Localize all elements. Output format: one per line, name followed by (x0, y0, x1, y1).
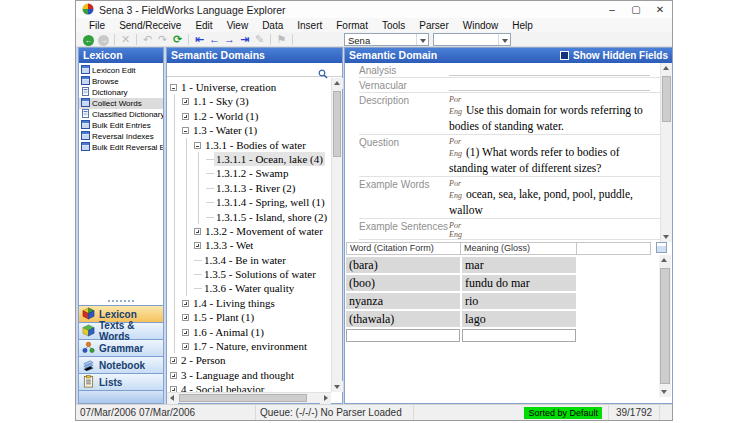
field-value[interactable] (449, 64, 650, 76)
cell-meaning[interactable]: mar (462, 257, 576, 273)
delete-button[interactable]: ✕ (118, 32, 133, 46)
tree-item[interactable]: 1.3.6 - Water quality (167, 281, 331, 295)
scroll-down-icon[interactable] (661, 231, 672, 242)
tree-item[interactable]: 1.3.1.1 - Ocean, lake (4) (167, 152, 331, 166)
cell-word[interactable]: (boo) (346, 275, 460, 291)
scroll-right-icon[interactable] (320, 393, 331, 404)
expand-plus-icon[interactable] (182, 113, 189, 120)
writing-system-row[interactable]: Por (449, 94, 655, 103)
cell-meaning[interactable]: fundu do mar (462, 275, 576, 291)
menu-parser[interactable]: Parser (412, 20, 455, 31)
tree-item[interactable]: 1.3.1 - Bodies of water (167, 138, 331, 152)
tree-item[interactable]: 1.3.1.5 - Island, shore (2) (167, 210, 331, 224)
maximize-button[interactable]: ▢ (624, 1, 648, 18)
tree-search-bar[interactable] (167, 63, 342, 77)
writing-system-row[interactable]: EngUse this domain for words referring t… (449, 103, 655, 133)
scroll-up-icon[interactable] (332, 78, 343, 89)
menu-send-receive[interactable]: Send/Receive (112, 20, 188, 31)
collapse-minus-icon[interactable] (194, 142, 201, 149)
field-value[interactable]: PorEng(1) What words refer to bodies of … (449, 136, 655, 175)
collapse-minus-icon[interactable] (182, 127, 189, 134)
next-record-button[interactable]: → (222, 32, 237, 46)
tree-item[interactable]: 2 - Person (167, 353, 331, 367)
tree-item[interactable]: 1.5 - Plant (1) (167, 310, 331, 324)
field-value[interactable] (449, 79, 650, 91)
cell-word[interactable] (346, 329, 460, 342)
resize-grip[interactable] (660, 405, 672, 420)
sidebar-item-bulk-edit-entries[interactable]: Bulk Edit Entries (79, 120, 163, 131)
collapse-minus-icon[interactable] (170, 84, 177, 91)
field-value[interactable]: PorEngocean, sea, lake, pond, pool, pudd… (449, 178, 655, 217)
menu-view[interactable]: View (220, 20, 256, 31)
close-button[interactable]: ✕ (648, 1, 672, 18)
sidebar-splitter[interactable] (79, 298, 163, 303)
tree-vertical-scrollbar[interactable] (331, 78, 342, 392)
cell-word[interactable]: (bara) (346, 257, 460, 273)
writing-system-row[interactable]: Engocean, sea, lake, pond, pool, puddle,… (449, 187, 655, 217)
cell-word[interactable]: (thawala) (346, 311, 460, 327)
tree-item[interactable]: 1.7 - Nature, environment (167, 339, 331, 353)
scrollbar-thumb[interactable] (333, 91, 341, 157)
expand-plus-icon[interactable] (182, 98, 189, 105)
sidebar-item-classified-dictionary[interactable]: Classified Dictionary (79, 109, 163, 120)
sidebar-item-collect-words[interactable]: Collect Words (79, 98, 163, 109)
first-record-button[interactable]: ⇤ (192, 32, 207, 46)
tree-item[interactable]: 1.3.2 - Movement of water (167, 224, 331, 238)
field-value[interactable]: PorEng (449, 220, 655, 238)
tree-item[interactable]: 3 - Language and thought (167, 368, 331, 382)
scroll-down-icon[interactable] (659, 386, 670, 397)
writing-system-row[interactable]: Por (449, 136, 655, 145)
tree-item[interactable]: 1.3.5 - Solutions of water (167, 267, 331, 281)
scrollbar-thumb[interactable] (662, 76, 671, 122)
sidebar-item-reversal-indexes[interactable]: Reversal Indexes (79, 131, 163, 142)
menu-file[interactable]: File (82, 20, 112, 31)
expand-plus-icon[interactable] (182, 343, 189, 350)
sidebar-item-bulk-edit-reversal-entries[interactable]: Bulk Edit Reversal Entries (79, 142, 163, 153)
menu-format[interactable]: Format (329, 20, 375, 31)
tree-item[interactable]: 4 - Social behavior (167, 382, 331, 392)
column-chooser-button[interactable] (656, 242, 667, 253)
checkbox-icon[interactable] (560, 51, 569, 60)
tree-item[interactable]: 1.3 - Water (1) (167, 123, 331, 137)
insert-reference-button[interactable]: ⚑ (274, 32, 289, 46)
scroll-left-icon[interactable] (167, 393, 178, 404)
edit-button[interactable]: ✎ (252, 32, 267, 46)
expand-plus-icon[interactable] (194, 242, 201, 249)
tree-item[interactable]: 1 - Universe, creation (167, 80, 331, 94)
writing-system-row[interactable]: Eng(1) What words refer to bodies of sta… (449, 145, 655, 175)
menu-help[interactable]: Help (505, 20, 540, 31)
area-button-lists[interactable]: Lists (79, 373, 163, 390)
scrollbar-thumb[interactable] (660, 268, 670, 384)
menu-edit[interactable]: Edit (188, 20, 219, 31)
area-button-notebook[interactable]: Notebook (79, 356, 163, 373)
expand-plus-icon[interactable] (194, 228, 201, 235)
tree-item[interactable]: 1.3.1.3 - River (2) (167, 181, 331, 195)
area-button-texts-words[interactable]: Texts & Words (79, 322, 163, 339)
cell-meaning[interactable] (462, 329, 576, 342)
tree-item[interactable]: 1.2 - World (1) (167, 109, 331, 123)
tree-item[interactable]: 1.3.4 - Be in water (167, 253, 331, 267)
project-dropdown[interactable]: Sena (344, 33, 429, 46)
redo-button[interactable]: ↷ (155, 32, 170, 46)
sidebar-item-browse[interactable]: Browse (79, 76, 163, 87)
sidebar-item-lexicon-edit[interactable]: Lexicon Edit (79, 65, 163, 76)
cell-word[interactable]: nyanza (346, 293, 460, 309)
tree-item[interactable]: 1.4 - Living things (167, 296, 331, 310)
scrollbar-thumb[interactable] (179, 394, 307, 402)
tree-item[interactable]: 1.3.3 - Wet (167, 238, 331, 252)
cell-meaning[interactable]: lago (462, 311, 576, 327)
back-button[interactable]: ← (81, 32, 96, 46)
scroll-up-icon[interactable] (661, 63, 672, 74)
tree-item[interactable]: 1.3.1.2 - Swamp (167, 166, 331, 180)
column-header-extra[interactable] (577, 242, 651, 255)
menu-data[interactable]: Data (255, 20, 290, 31)
table-vertical-scrollbar[interactable] (659, 255, 671, 397)
forward-button[interactable]: → (96, 32, 111, 46)
fields-vertical-scrollbar[interactable] (660, 63, 672, 242)
filter-dropdown[interactable] (433, 33, 511, 46)
table-row[interactable]: nyanzario (346, 293, 672, 309)
scroll-up-icon[interactable] (659, 255, 670, 266)
expand-plus-icon[interactable] (182, 300, 189, 307)
tree-item[interactable]: 1.3.1.4 - Spring, well (1) (167, 195, 331, 209)
sidebar-item-dictionary[interactable]: Dictionary (79, 87, 163, 98)
